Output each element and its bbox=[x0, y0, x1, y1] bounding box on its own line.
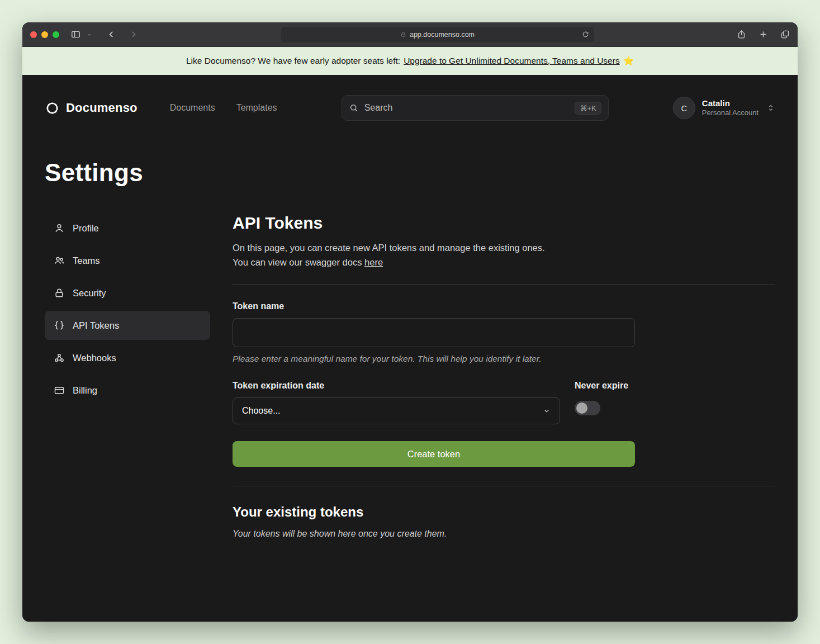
sidebar-item-label: Billing bbox=[73, 385, 97, 396]
brand[interactable]: Documenso bbox=[45, 101, 138, 116]
url-wrap: app.documenso.com bbox=[144, 27, 731, 42]
divider bbox=[233, 486, 775, 486]
account-info: Catalin Personal Account bbox=[702, 98, 759, 118]
brand-name: Documenso bbox=[66, 101, 138, 115]
sidebar-item-api-tokens[interactable]: API Tokens bbox=[45, 311, 210, 340]
lock-icon bbox=[54, 287, 65, 299]
sidebar-item-label: Teams bbox=[73, 255, 100, 266]
share-icon[interactable] bbox=[737, 30, 746, 39]
teams-icon bbox=[54, 255, 65, 266]
app-main: Documenso Documents Templates Search ⌘+K… bbox=[22, 75, 798, 622]
avatar: C bbox=[673, 97, 695, 119]
traffic-lights bbox=[30, 31, 59, 38]
credit-card-icon bbox=[54, 385, 65, 396]
star-icon: ⭐ bbox=[623, 56, 634, 66]
search-placeholder: Search bbox=[364, 103, 570, 113]
page-title: Settings bbox=[45, 159, 775, 187]
close-window-button[interactable] bbox=[30, 31, 37, 38]
expiration-selected-value: Choose... bbox=[242, 406, 280, 416]
nav-arrows bbox=[107, 30, 138, 39]
settings-content: Profile Teams Security bbox=[45, 214, 775, 539]
webhook-icon bbox=[54, 352, 65, 363]
existing-tokens-empty-text: Your tokens will be shown here once you … bbox=[233, 529, 775, 539]
search-shortcut: ⌘+K bbox=[575, 102, 601, 115]
browser-chrome: app.documenso.com bbox=[22, 22, 798, 47]
divider bbox=[233, 284, 775, 285]
chevron-up-down-icon bbox=[766, 103, 775, 112]
lock-icon bbox=[400, 31, 406, 37]
tab-overview-icon[interactable] bbox=[780, 30, 790, 39]
expiration-column: Token expiration date Choose... bbox=[233, 381, 560, 424]
expiration-label: Token expiration date bbox=[233, 381, 560, 391]
app-header: Documenso Documents Templates Search ⌘+K… bbox=[45, 75, 775, 126]
settings-sidebar: Profile Teams Security bbox=[45, 214, 210, 539]
sidebar-item-label: Profile bbox=[73, 223, 99, 234]
expiration-select[interactable]: Choose... bbox=[233, 397, 560, 424]
minimize-window-button[interactable] bbox=[41, 31, 48, 38]
sidebar-item-profile[interactable]: Profile bbox=[45, 214, 210, 243]
chevron-down-icon bbox=[543, 407, 551, 415]
api-tokens-panel: API Tokens On this page, you can create … bbox=[233, 214, 775, 539]
never-expire-label: Never expire bbox=[575, 381, 635, 391]
browser-window: app.documenso.com Like Documenso? We hav… bbox=[22, 22, 798, 622]
sidebar-item-label: Security bbox=[73, 288, 106, 299]
token-name-input[interactable] bbox=[233, 318, 635, 347]
swagger-docs-link[interactable]: here bbox=[364, 257, 383, 267]
documenso-logo-icon bbox=[45, 101, 60, 116]
nav-templates[interactable]: Templates bbox=[236, 103, 277, 113]
never-expire-toggle[interactable] bbox=[575, 401, 600, 415]
never-expire-column: Never expire bbox=[575, 381, 635, 424]
back-button[interactable] bbox=[107, 30, 116, 39]
create-token-form: Token name Please enter a meaningful nam… bbox=[233, 301, 635, 467]
upgrade-link[interactable]: Upgrade to Get Unlimited Documents, Team… bbox=[404, 56, 620, 66]
description-line1: On this page, you can create new API tok… bbox=[233, 243, 545, 253]
sidebar-item-webhooks[interactable]: Webhooks bbox=[45, 343, 210, 372]
token-name-label: Token name bbox=[233, 301, 635, 311]
new-tab-icon[interactable] bbox=[759, 30, 768, 39]
account-menu[interactable]: C Catalin Personal Account bbox=[673, 97, 775, 119]
sidebar-item-teams[interactable]: Teams bbox=[45, 246, 210, 275]
account-name: Catalin bbox=[702, 98, 759, 109]
zoom-window-button[interactable] bbox=[53, 31, 59, 38]
section-description: On this page, you can create new API tok… bbox=[233, 240, 775, 269]
sidebar-item-security[interactable]: Security bbox=[45, 278, 210, 307]
sidebar-item-label: Webhooks bbox=[73, 353, 116, 363]
section-heading: API Tokens bbox=[233, 214, 775, 233]
chevron-down-icon[interactable] bbox=[87, 32, 92, 37]
sidebar-item-label: API Tokens bbox=[73, 320, 119, 331]
search-input[interactable]: Search ⌘+K bbox=[342, 95, 609, 121]
profile-icon bbox=[54, 222, 65, 234]
sidebar-item-billing[interactable]: Billing bbox=[45, 376, 210, 405]
existing-tokens-section: Your existing tokens Your tokens will be… bbox=[233, 504, 775, 539]
expiration-row: Token expiration date Choose... Never ex… bbox=[233, 381, 635, 424]
promo-banner: Like Documenso? We have few early adopte… bbox=[22, 47, 798, 75]
token-name-help: Please enter a meaningful name for your … bbox=[233, 354, 635, 364]
sidebar-toggle-icon[interactable] bbox=[70, 29, 81, 40]
description-line2: You can view our swagger docs bbox=[233, 257, 362, 267]
top-nav: Documents Templates bbox=[170, 103, 277, 113]
toggle-knob bbox=[576, 402, 587, 414]
create-token-button[interactable]: Create token bbox=[233, 441, 635, 467]
refresh-icon[interactable] bbox=[582, 31, 589, 38]
chrome-right-icons bbox=[737, 30, 790, 39]
nav-documents[interactable]: Documents bbox=[170, 103, 215, 113]
forward-button[interactable] bbox=[129, 30, 138, 39]
url-text: app.documenso.com bbox=[410, 31, 475, 39]
promo-banner-text: Like Documenso? We have few early adopte… bbox=[186, 56, 400, 66]
existing-tokens-heading: Your existing tokens bbox=[233, 504, 775, 520]
search-icon bbox=[349, 103, 359, 113]
braces-icon bbox=[54, 320, 65, 331]
search-zone: Search ⌘+K bbox=[277, 95, 673, 121]
account-type: Personal Account bbox=[702, 108, 759, 118]
address-bar[interactable]: app.documenso.com bbox=[281, 27, 594, 42]
